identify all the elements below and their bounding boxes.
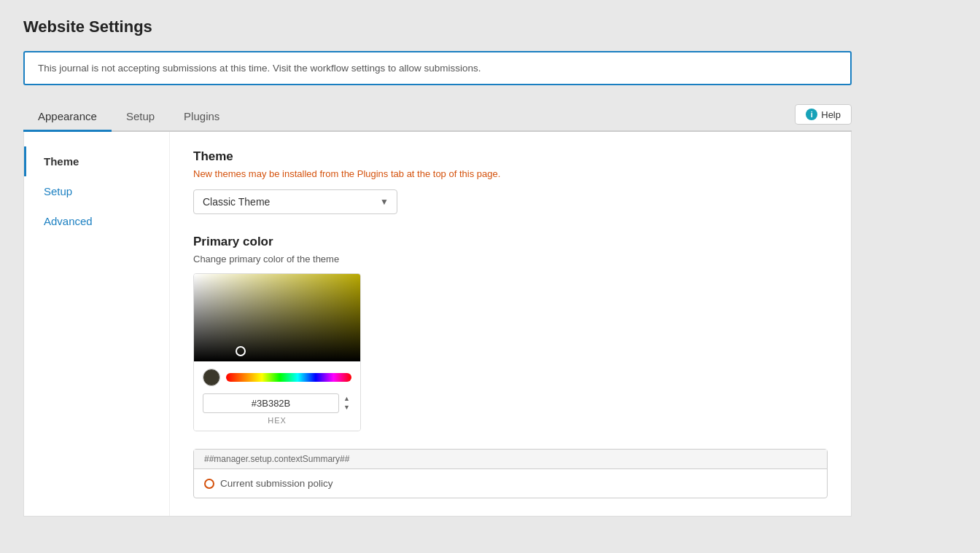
hex-increment-button[interactable]: ▲	[342, 395, 351, 403]
theme-section-title: Theme	[193, 149, 828, 164]
tab-setup[interactable]: Setup	[112, 103, 169, 132]
tab-appearance[interactable]: Appearance	[23, 103, 112, 132]
hex-decrement-button[interactable]: ▼	[342, 404, 351, 412]
sidebar-item-theme[interactable]: Theme	[24, 146, 169, 176]
primary-color-title: Primary color	[193, 235, 828, 249]
color-controls: ▲ ▼ HEX	[194, 361, 360, 431]
color-sliders-row	[203, 369, 351, 386]
alert-banner: This journal is not accepting submission…	[23, 51, 852, 85]
primary-color-hint: Change primary color of the theme	[193, 254, 828, 264]
content-area: Theme Setup Advanced Theme New themes ma…	[23, 132, 852, 517]
page-title: Website Settings	[23, 17, 852, 36]
tabs-row: Appearance Setup Plugins i Help	[23, 103, 852, 132]
hex-input-row: ▲ ▼	[203, 393, 351, 413]
color-gradient-canvas[interactable]	[194, 274, 361, 361]
tab-plugins[interactable]: Plugins	[169, 103, 234, 132]
radio-row: Current submission policy	[204, 478, 817, 489]
sidebar-item-setup[interactable]: Setup	[24, 176, 169, 206]
info-icon: i	[806, 109, 817, 120]
color-swatch	[203, 369, 220, 386]
theme-select-wrapper: Classic Theme Default Theme Bootstrap3 ▼	[193, 189, 397, 214]
theme-select[interactable]: Classic Theme Default Theme Bootstrap3	[193, 189, 397, 214]
hex-label: HEX	[203, 416, 351, 425]
hue-slider[interactable]	[226, 373, 351, 382]
context-summary-content: Current submission policy	[194, 469, 827, 498]
color-picker: ▲ ▼ HEX	[193, 273, 361, 431]
sidebar-item-advanced[interactable]: Advanced	[24, 206, 169, 236]
radio-label: Current submission policy	[220, 478, 333, 489]
color-cursor	[236, 346, 246, 356]
hex-spinners: ▲ ▼	[342, 395, 351, 412]
context-summary-box: ##manager.setup.contextSummary## Current…	[193, 449, 828, 498]
main-content: Theme New themes may be installed from t…	[170, 132, 851, 516]
theme-section-hint: New themes may be installed from the Plu…	[193, 168, 828, 179]
context-summary-title: ##manager.setup.contextSummary##	[194, 450, 827, 469]
hex-input[interactable]	[203, 393, 339, 413]
sidebar: Theme Setup Advanced	[24, 132, 170, 516]
help-button[interactable]: i Help	[795, 104, 852, 125]
radio-button[interactable]	[204, 479, 214, 489]
